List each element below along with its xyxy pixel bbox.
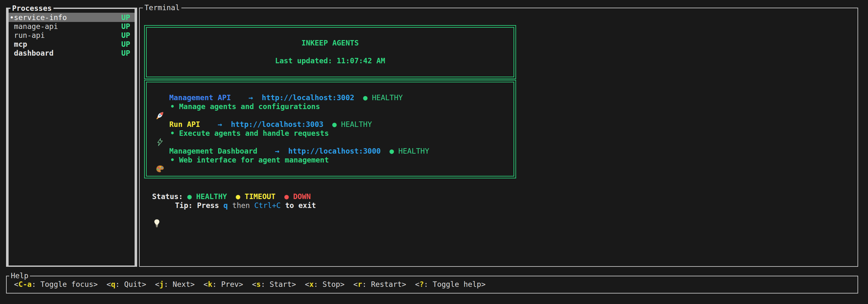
shortcut-next: <j: Next> <box>155 280 195 289</box>
processes-panel-title: Processes <box>10 4 54 13</box>
tip-row: Tip: Press q then Ctrl+C to exit <box>152 201 316 210</box>
service-name: Management Dashboard <box>169 146 257 156</box>
process-row-dashboard[interactable]: dashboard UP <box>8 49 134 58</box>
service-url[interactable]: http://localhost:3000 <box>288 146 381 156</box>
process-status-badge: UP <box>121 49 130 57</box>
service-health: HEALTHY <box>398 146 429 156</box>
tip-middle: then <box>232 201 250 210</box>
palette-icon <box>156 146 164 156</box>
help-shortcuts: <C-a: Toggle focus> <q: Quit> <j: Next> … <box>14 280 486 289</box>
service-name: Management API <box>169 93 231 102</box>
lightbulb-icon <box>153 201 160 210</box>
health-dot-icon: ● <box>363 93 368 102</box>
healthy-dot-icon: ● <box>187 192 192 201</box>
process-status-badge: UP <box>121 22 130 31</box>
processes-panel: Processes •service-info UP manage-api UP… <box>6 8 137 267</box>
shortcut-toggle-focus: <C-a: Toggle focus> <box>14 280 98 289</box>
timeout-dot-icon: ● <box>236 192 240 201</box>
lightning-icon <box>156 120 164 129</box>
process-status-badge: UP <box>121 13 130 22</box>
process-name: manage-api <box>14 22 58 31</box>
bullet-icon: • <box>170 102 175 111</box>
process-name: dashboard <box>14 49 54 57</box>
service-health: HEALTHY <box>341 120 372 129</box>
arrow-icon: → <box>275 146 279 156</box>
shortcut-prev: <k: Prev> <box>204 280 243 289</box>
status-label: Status: <box>152 192 183 201</box>
service-url[interactable]: http://localhost:3003 <box>231 120 323 129</box>
last-updated-text: Last updated: 11:07:42 AM <box>147 56 514 65</box>
shortcut-quit: <q: Quit> <box>106 280 146 289</box>
down-dot-icon: ● <box>284 192 288 201</box>
service-row-run-api: Run API → http://localhost:3003 ● HEALTH… <box>156 120 372 129</box>
timeout-label: TIMEOUT <box>245 192 276 201</box>
bullet-icon: • <box>170 156 175 164</box>
process-status-badge: UP <box>121 40 130 48</box>
shortcut-restart: <r: Restart> <box>353 280 406 289</box>
process-name: run-api <box>14 31 45 39</box>
help-panel-title: Help <box>9 271 30 280</box>
selected-bullet-icon: • <box>9 13 14 22</box>
status-legend: Status: ● HEALTHY ● TIMEOUT ● DOWN <box>152 192 311 201</box>
process-list: •service-info UP manage-api UP run-api U… <box>8 13 134 58</box>
process-name: service-info <box>14 13 67 22</box>
arrow-icon: → <box>248 93 253 102</box>
arrow-icon: → <box>218 120 222 129</box>
agents-header-box: INKEEP AGENTS Last updated: 11:07:42 AM <box>144 25 516 79</box>
health-dot-icon: ● <box>390 146 394 156</box>
health-dot-icon: ● <box>332 120 337 129</box>
service-health: HEALTHY <box>372 93 403 102</box>
down-label: DOWN <box>293 192 311 201</box>
shortcut-toggle-help: <?: Toggle help> <box>415 280 486 289</box>
process-name: mcp <box>14 40 27 48</box>
process-status-badge: UP <box>121 31 130 39</box>
tip-prefix: Tip: Press <box>175 201 219 210</box>
healthy-label: HEALTHY <box>196 192 227 201</box>
tip-suffix: to exit <box>285 201 316 210</box>
service-description: • Web interface for agent management <box>170 156 329 164</box>
process-row-manage-api[interactable]: manage-api UP <box>8 22 134 31</box>
process-row-mcp[interactable]: mcp UP <box>8 40 134 49</box>
shortcut-start: <s: Start> <box>252 280 296 289</box>
tip-key-ctrl-c: Ctrl+C <box>254 201 281 210</box>
service-url[interactable]: http://localhost:3002 <box>262 93 354 102</box>
shortcut-stop: <x: Stop> <box>305 280 345 289</box>
service-description: • Execute agents and handle requests <box>170 129 329 138</box>
process-row-run-api[interactable]: run-api UP <box>8 31 134 40</box>
service-description: • Manage agents and configurations <box>170 102 320 111</box>
tip-key-q: q <box>223 201 228 210</box>
bullet-icon: • <box>170 129 175 138</box>
terminal-panel: Terminal INKEEP AGENTS Last updated: 11:… <box>139 8 858 267</box>
services-box: Management API → http://localhost:3002 ●… <box>144 80 516 178</box>
service-row-management-dashboard: Management Dashboard → http://localhost:… <box>156 146 429 156</box>
service-name: Run API <box>169 120 200 129</box>
service-row-management-api: Management API → http://localhost:3002 ●… <box>156 93 403 102</box>
process-row-service-info[interactable]: •service-info UP <box>8 13 134 22</box>
terminal-panel-title: Terminal <box>143 3 181 12</box>
agents-title: INKEEP AGENTS <box>147 38 514 47</box>
rocket-icon <box>156 93 164 102</box>
help-panel: Help <C-a: Toggle focus> <q: Quit> <j: N… <box>6 276 858 294</box>
